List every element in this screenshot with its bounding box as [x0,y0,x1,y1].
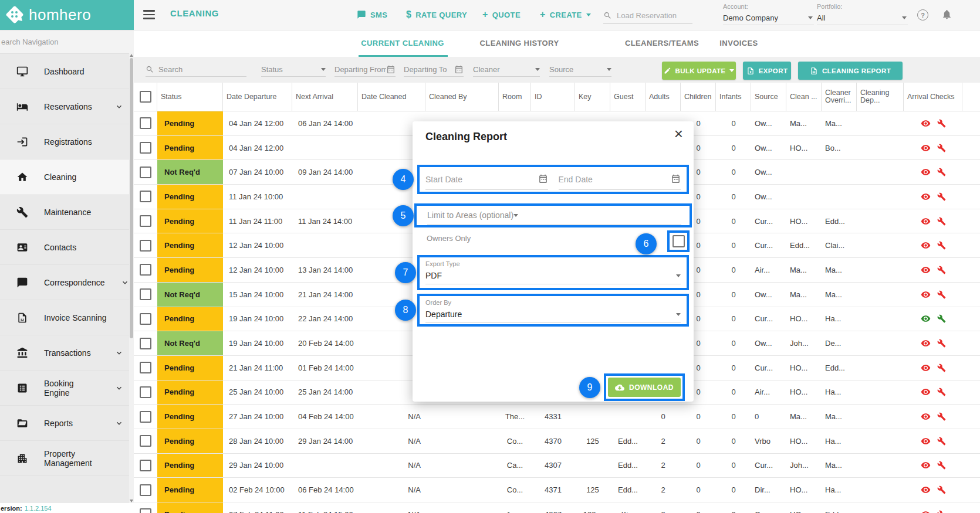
calendar-icon[interactable] [538,174,548,184]
menu-icon[interactable] [143,10,155,22]
load-reservation-input[interactable] [616,11,688,21]
row-checkbox[interactable] [134,411,157,423]
sidebar-item-transactions[interactable]: Transactions [0,335,134,371]
sidebar-search-input[interactable] [0,37,120,47]
source-filter[interactable]: Source [549,63,611,77]
status-filter[interactable]: Status [261,63,326,77]
column-header[interactable]: Key [575,83,610,111]
create-button[interactable]: + CREATE [540,7,591,22]
row-checkbox[interactable] [134,484,157,496]
table-row[interactable]: Pending 28 Jan 24 10:00 29 Jan 24 14:00 … [134,429,980,454]
departing-to-filter[interactable]: Departing To [404,63,464,77]
column-header[interactable]: Cleaned By [425,83,499,111]
scroll-up-icon[interactable] [130,54,133,57]
calendar-icon[interactable] [671,174,681,184]
wrench-icon[interactable] [937,363,946,372]
tab-cleaning-history[interactable]: CLEANING HISTORY [480,39,559,47]
sidebar-item-contacts[interactable]: Contacts [0,230,134,265]
close-icon[interactable]: × [674,126,683,141]
export-type-select[interactable]: PDF [425,271,681,284]
table-row[interactable]: Pending 02 Feb 24 10:00 06 Feb 24 14:00 … [134,478,980,502]
row-checkbox[interactable] [134,167,157,178]
column-header[interactable]: Next Arrival [292,83,358,111]
scroll-down-icon[interactable] [130,500,133,502]
portfolio-select[interactable]: Portfolio: All [817,3,908,25]
notifications-bell-icon[interactable] [941,9,952,20]
sidebar-search[interactable] [0,30,134,54]
sidebar-scrollbar[interactable] [129,53,134,503]
rate-query-button[interactable]: $ RATE QUERY [406,7,467,22]
table-row[interactable]: Pending 07 Feb 24 11:00 11 Feb 24 15:00 … [134,502,980,513]
eye-icon[interactable] [921,485,931,495]
quote-button[interactable]: + QUOTE [482,7,521,22]
eye-icon[interactable] [921,118,931,128]
row-checkbox[interactable] [134,142,157,154]
wrench-icon[interactable] [937,266,946,274]
wrench-icon[interactable] [937,168,946,176]
column-header[interactable]: Clean ... [786,83,822,111]
row-checkbox[interactable] [134,362,157,373]
row-checkbox[interactable] [134,191,157,202]
row-checkbox[interactable] [134,240,157,252]
wrench-icon[interactable] [937,217,946,226]
wrench-icon[interactable] [937,461,946,470]
eye-icon[interactable] [921,460,931,470]
owners-only-checkbox[interactable] [673,235,685,247]
column-header[interactable]: ID [531,83,575,111]
sidebar-item-correspondence[interactable]: Correspondence [0,265,134,300]
wrench-icon[interactable] [937,241,946,250]
wrench-icon[interactable] [937,144,946,152]
eye-icon[interactable] [921,436,931,446]
row-checkbox[interactable] [134,508,157,513]
sidebar-item-dashboard[interactable]: Dashboard [0,54,134,89]
wrench-icon[interactable] [937,485,946,494]
column-header[interactable]: Room [499,83,531,111]
bulk-update-button[interactable]: BULK UPDATE [662,62,736,80]
homhero-logo[interactable]: homhero [0,0,134,30]
cleaning-report-button[interactable]: CLEANING REPORT [798,62,903,80]
column-header[interactable]: Source [751,83,786,111]
tab-current-cleaning[interactable]: CURRENT CLEANING [361,39,444,47]
row-checkbox[interactable] [134,338,157,349]
column-header[interactable]: Infants [716,83,751,111]
column-header[interactable]: Cleaning Dep... [857,83,904,111]
load-reservation-field[interactable] [603,11,692,24]
column-header[interactable]: Children [681,83,716,111]
wrench-icon[interactable] [937,192,946,201]
table-row[interactable]: Pending 27 Jan 24 10:00 04 Feb 24 14:00 … [134,405,980,429]
eye-icon[interactable] [921,363,931,373]
wrench-icon[interactable] [937,437,946,446]
column-header[interactable]: Date Cleaned [358,83,425,111]
search-filter[interactable]: Search [146,63,246,77]
wrench-icon[interactable] [937,314,946,323]
version-value[interactable]: 1.1.2.154 [25,505,52,512]
eye-icon[interactable] [921,412,931,422]
table-row[interactable]: Pending 29 Jan 24 10:00 N/A Ca... 4307 E… [134,454,980,478]
wrench-icon[interactable] [937,510,946,513]
eye-icon[interactable] [921,314,931,324]
wrench-icon[interactable] [937,339,946,348]
eye-icon[interactable] [921,290,931,300]
sidebar-item-cleaning[interactable]: Cleaning [0,159,134,195]
select-all-checkbox[interactable] [134,83,157,111]
download-button[interactable]: DOWNLOAD [608,378,681,397]
sidebar-item-reservations[interactable]: Reservations [0,89,134,124]
column-header[interactable]: Adults [646,83,681,111]
row-checkbox[interactable] [134,288,157,300]
eye-icon[interactable] [921,509,931,513]
row-checkbox[interactable] [134,386,157,398]
row-checkbox[interactable] [134,460,157,471]
departing-from-filter[interactable]: Departing From [334,63,396,77]
column-header[interactable]: Date Departure [223,83,292,111]
sidebar-item-maintenance[interactable]: Maintenance [0,195,134,230]
column-header[interactable]: Status [157,83,223,111]
sidebar-item-reports[interactable]: Reports [0,406,134,441]
sidebar-item-invoice-scanning[interactable]: Invoice Scanning [0,300,134,335]
cleaner-filter[interactable]: Cleaner [473,63,540,77]
row-checkbox[interactable] [134,264,157,276]
eye-icon[interactable] [921,143,931,153]
sidebar-item-booking-engine[interactable]: Booking Engine [0,371,134,406]
account-select[interactable]: Account: Demo Company [723,3,814,25]
column-header[interactable]: Cleaner Overri... [822,83,857,111]
order-by-select[interactable]: Departure [425,310,681,323]
